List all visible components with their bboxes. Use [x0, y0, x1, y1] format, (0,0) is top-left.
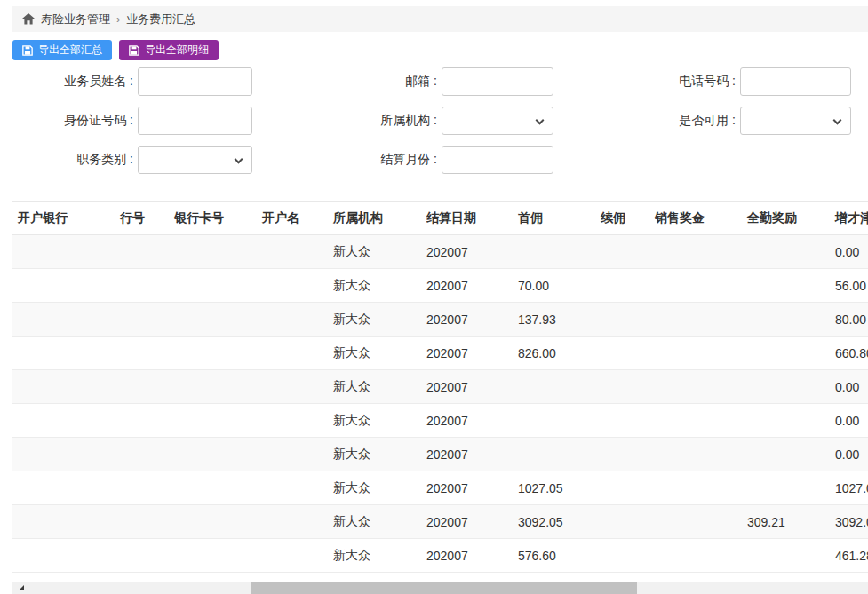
id-number-input[interactable] — [138, 107, 252, 135]
chevron-down-icon — [536, 116, 545, 125]
table-cell — [655, 438, 747, 471]
settlement-month-input[interactable] — [442, 146, 553, 174]
chevron-down-icon — [235, 155, 243, 164]
table-row[interactable]: 新大众2020070.00 — [12, 235, 868, 269]
column-header: 销售奖金 — [655, 202, 747, 235]
column-header: 所属机构 — [333, 202, 426, 235]
table-cell — [12, 404, 120, 438]
table-cell — [120, 303, 174, 337]
export-summary-label: 导出全部汇总 — [38, 43, 102, 58]
email-input[interactable] — [442, 67, 553, 96]
table-cell — [655, 505, 747, 539]
table-cell — [174, 404, 262, 438]
table-cell — [12, 471, 120, 505]
field-phone: 电话号码 : — [635, 67, 851, 96]
table-cell — [747, 404, 835, 438]
table-cell — [601, 471, 655, 505]
table-cell — [655, 337, 747, 370]
table-cell: 0.00 — [835, 235, 868, 269]
phone-input[interactable] — [740, 67, 851, 96]
salesperson-name-input[interactable] — [138, 67, 252, 96]
table-cell: 新大众 — [333, 370, 426, 404]
table-cell — [120, 235, 174, 269]
table-cell: 70.00 — [518, 269, 601, 303]
table-cell — [12, 235, 120, 269]
table-cell — [174, 370, 262, 404]
field-available: 是否可用 : — [635, 107, 851, 135]
toolbar: 导出全部汇总 导出全部明细 — [12, 40, 219, 60]
table-row[interactable]: 新大众202007576.60461.28 — [12, 539, 868, 573]
table-cell — [655, 471, 747, 505]
organization-label: 所属机构 : — [338, 113, 437, 129]
table-cell — [174, 269, 262, 303]
table-cell — [518, 370, 601, 404]
table-cell — [518, 438, 601, 471]
table-row[interactable]: 新大众20200770.0056.00 — [12, 269, 868, 303]
table-cell — [12, 539, 120, 573]
horizontal-scrollbar[interactable] — [12, 582, 868, 594]
table-cell: 202007 — [426, 269, 518, 303]
table-cell: 202007 — [426, 505, 518, 539]
table-cell: 0.00 — [835, 404, 868, 438]
table-cell: 56.00 — [835, 269, 868, 303]
page: 寿险业务管理 › 业务费用汇总 导出全部汇总 导出全部明细 业务员姓名 : 邮箱… — [0, 0, 868, 594]
expense-table: 开户银行行号银行卡号开户名所属机构结算日期首佣续佣销售奖金全勤奖励增才津贴 新大… — [12, 201, 868, 573]
table-cell — [747, 337, 835, 370]
id-number-label: 身份证号码 : — [18, 113, 133, 129]
email-label: 邮箱 : — [338, 74, 437, 90]
table-cell: 202007 — [426, 235, 518, 269]
table-row[interactable]: 新大众2020071027.051027.05 — [12, 471, 868, 505]
table-cell: 309.21 — [747, 505, 835, 539]
table-row[interactable]: 新大众202007137.9380.00 — [12, 303, 868, 337]
available-select[interactable] — [740, 107, 851, 135]
table-cell — [747, 438, 835, 471]
table-cell: 新大众 — [333, 505, 426, 539]
table-cell — [655, 269, 747, 303]
breadcrumb-section[interactable]: 寿险业务管理 — [41, 12, 110, 28]
table-cell: 576.60 — [518, 539, 601, 573]
table-cell — [12, 269, 120, 303]
table-cell — [262, 471, 333, 505]
table-cell: 3092.05 — [518, 505, 601, 539]
table-cell — [12, 505, 120, 539]
export-detail-label: 导出全部明细 — [145, 43, 209, 58]
table-cell — [601, 370, 655, 404]
table-cell: 660.80 — [835, 337, 868, 370]
home-icon — [22, 13, 35, 25]
export-summary-button[interactable]: 导出全部汇总 — [12, 40, 112, 60]
table-row[interactable]: 新大众2020070.00 — [12, 370, 868, 404]
table-header-row: 开户银行行号银行卡号开户名所属机构结算日期首佣续佣销售奖金全勤奖励增才津贴 — [12, 202, 868, 235]
table-row[interactable]: 新大众2020070.00 — [12, 438, 868, 471]
table-row[interactable]: 新大众202007826.00660.80 — [12, 337, 868, 370]
table-cell — [747, 235, 835, 269]
table-cell: 202007 — [426, 404, 518, 438]
table-cell — [262, 235, 333, 269]
table-cell — [601, 269, 655, 303]
table-cell — [262, 370, 333, 404]
table-row[interactable]: 新大众2020070.00 — [12, 404, 868, 438]
table-cell — [747, 269, 835, 303]
table-row[interactable]: 新大众2020073092.05309.213092.05 — [12, 505, 868, 539]
table-cell — [747, 539, 835, 573]
table-cell — [601, 505, 655, 539]
table-cell — [601, 337, 655, 370]
table-cell — [655, 404, 747, 438]
column-header: 行号 — [120, 202, 174, 235]
table-cell — [12, 438, 120, 471]
field-salesperson-name: 业务员姓名 : — [18, 67, 252, 96]
job-category-label: 职务类别 : — [18, 152, 133, 168]
organization-select[interactable] — [442, 107, 553, 135]
table-cell: 0.00 — [835, 438, 868, 471]
table-cell — [262, 303, 333, 337]
table-cell — [174, 303, 262, 337]
export-detail-button[interactable]: 导出全部明细 — [119, 40, 219, 60]
table-cell — [601, 539, 655, 573]
table-cell: 1027.05 — [518, 471, 601, 505]
settlement-month-label: 结算月份 : — [338, 152, 437, 168]
field-job-category: 职务类别 : — [18, 146, 252, 174]
table-cell — [262, 539, 333, 573]
table-cell — [655, 235, 747, 269]
horizontal-scrollbar-thumb[interactable] — [251, 582, 637, 594]
job-category-select[interactable] — [138, 146, 252, 174]
field-settlement-month: 结算月份 : — [338, 146, 553, 174]
